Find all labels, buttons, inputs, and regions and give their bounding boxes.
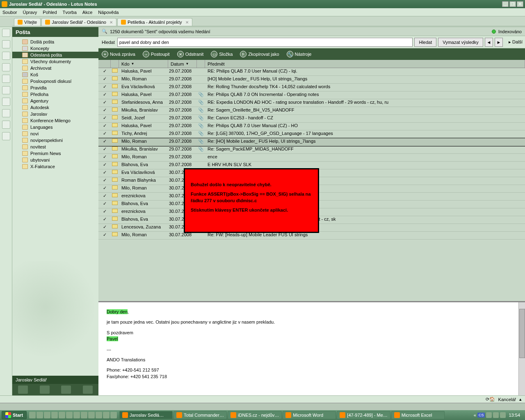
tab-sent[interactable]: Jaroslav Sedlář - Odesláno✕ — [41, 18, 116, 26]
prev-result-button[interactable]: ◄ — [485, 38, 493, 47]
tool10-icon[interactable] — [2, 132, 10, 140]
ql-icon[interactable] — [29, 412, 36, 418]
sidebar-item[interactable]: noviperspektivni — [12, 137, 98, 144]
tool9-icon[interactable] — [2, 121, 10, 129]
sidebar-item[interactable]: Předloha — [12, 91, 98, 98]
message-row[interactable]: ✓Tichy, Andrej29.07.2008📎Re: [LGE] 38700… — [98, 130, 525, 138]
ql-icon[interactable] — [73, 412, 80, 418]
tools-button[interactable]: 🔧Nástroje — [287, 51, 312, 57]
message-row[interactable]: ✓Haluska, Pavel29.07.2008RE: Philips QLA… — [98, 68, 525, 76]
search-input[interactable] — [117, 38, 413, 47]
status-dropdown-icon[interactable]: ▴ — [519, 397, 522, 402]
ql-icon[interactable] — [37, 412, 43, 418]
ql-icon[interactable] — [59, 412, 65, 418]
ql-icon[interactable] — [103, 412, 110, 418]
col-who[interactable]: Kdo▼ — [119, 60, 168, 68]
taskbar-item[interactable]: iDNES.cz - nejdův… — [228, 411, 282, 419]
menu-upravy[interactable]: Úpravy — [23, 10, 37, 15]
replicate-icon[interactable] — [2, 52, 10, 60]
message-row[interactable]: ✓Milo, Roman29.07.2008[HO] Mobile Leader… — [98, 76, 525, 84]
tray-expand-icon[interactable]: « — [474, 413, 476, 418]
delete-button[interactable]: ✕Odstranit — [177, 51, 204, 57]
menu-soubor[interactable]: Soubor — [2, 10, 17, 15]
lang-indicator[interactable]: CS — [477, 413, 485, 418]
close-button[interactable]: ✕ — [517, 1, 523, 7]
sidebar-item[interactable]: Koš — [12, 71, 98, 78]
tool5-icon[interactable] — [2, 75, 10, 83]
message-row[interactable]: ✓Milo, Roman29.07.2008📎Re: [HO] Mobile L… — [98, 138, 525, 146]
close-icon[interactable]: ✕ — [185, 20, 189, 25]
scrollbar[interactable] — [518, 302, 525, 395]
clear-results-button[interactable]: Vymazat výsledky — [438, 38, 483, 47]
menu-pohled[interactable]: Pohled — [43, 10, 57, 15]
tool6-icon[interactable] — [2, 86, 10, 94]
start-button[interactable]: Start — [2, 411, 27, 419]
message-row[interactable]: ✓Eva Václavíková29.07.2008Re: Rolling Th… — [98, 84, 525, 91]
sidebar-item[interactable]: Languages — [12, 124, 98, 130]
tab-welcome[interactable]: Vítejte — [14, 18, 41, 26]
tool7-icon[interactable] — [2, 98, 10, 106]
ql-icon[interactable] — [81, 412, 87, 418]
sidebar-item[interactable]: Pravidla — [12, 84, 98, 91]
ql-icon[interactable] — [88, 412, 95, 418]
message-row[interactable]: ✓Mikulka, Branislav29.07.2008📎Re: Sagem_… — [98, 107, 525, 115]
ql-icon[interactable] — [51, 412, 58, 418]
menu-akce[interactable]: Akce — [82, 10, 92, 15]
message-row[interactable]: ✓Haluska, Pavel29.07.2008📎Re: Philips QL… — [98, 123, 525, 130]
sidebar-item[interactable]: Odeslaná pošta — [12, 52, 98, 58]
menu-napoveda[interactable]: Nápověda — [98, 10, 119, 15]
sidebar-item[interactable]: Posloupnosti diskusí — [12, 78, 98, 84]
ql-icon[interactable] — [110, 412, 117, 418]
menu-tvorba[interactable]: Tvorba — [63, 10, 77, 15]
tray-icon[interactable] — [493, 412, 499, 418]
sidebar-item[interactable]: Archivovat — [12, 65, 98, 71]
bookmark-icon[interactable] — [2, 29, 10, 37]
sidebar-item[interactable]: novitest — [12, 144, 98, 150]
sidebar-item[interactable]: Konference Milengo — [12, 117, 98, 124]
minimize-button[interactable]: _ — [502, 1, 509, 7]
message-row[interactable]: ✓Mikulka, Branislav29.07.2008📎Re: Sagem_… — [98, 146, 525, 154]
sidebar-item[interactable]: Koncepty — [12, 45, 98, 52]
taskbar-item[interactable]: Total Commander… — [173, 411, 227, 419]
calendar-icon[interactable] — [40, 386, 50, 394]
clock[interactable]: 13:54 — [507, 413, 522, 418]
message-row[interactable]: ✓Milo, Roman29.07.2008 ence — [98, 154, 525, 162]
message-row[interactable]: ✓Stefanidesova, Anna29.07.2008📎RE: Exped… — [98, 99, 525, 107]
tab-projects[interactable]: Petiletka - Aktuální projekty✕ — [117, 18, 192, 26]
folder-button[interactable]: ▭Složka — [211, 51, 233, 57]
col-subject[interactable]: Předmět — [205, 60, 525, 68]
ql-icon[interactable] — [44, 412, 50, 418]
database-icon[interactable] — [2, 40, 10, 48]
taskbar-item[interactable]: Microsoft Word — [283, 411, 336, 419]
tray-icon[interactable] — [500, 412, 506, 418]
todo-icon[interactable] — [83, 386, 93, 394]
close-icon[interactable]: ✕ — [110, 20, 113, 25]
tool4-icon[interactable] — [2, 63, 10, 71]
sidebar-item[interactable]: X-Fakturace — [12, 163, 98, 170]
sidebar-item[interactable]: Premium News — [12, 150, 98, 157]
sidebar-item[interactable]: ubytovani — [12, 157, 98, 163]
message-row[interactable]: ✓Haluska, Pavel29.07.2008📎Re: Philips QL… — [98, 91, 525, 99]
ql-icon[interactable] — [66, 412, 73, 418]
copy-as-button[interactable]: ⎘Zkopírovat jako — [240, 51, 279, 57]
taskbar-item[interactable]: Jaroslav Sedlá… — [119, 411, 173, 419]
contacts-icon[interactable] — [61, 386, 71, 394]
tool8-icon[interactable] — [2, 109, 10, 117]
sidebar-item[interactable]: Agentury — [12, 98, 98, 104]
forward-button[interactable]: →Postoupit — [143, 51, 170, 57]
message-row[interactable]: ✓Seidl, Jozef29.07.2008📎Re: Canon EC253 … — [98, 115, 525, 123]
more-link[interactable]: ▸ Další — [509, 39, 523, 45]
tray-icon[interactable] — [486, 412, 492, 418]
sidebar-item[interactable]: Autodesk — [12, 104, 98, 111]
sidebar-item[interactable]: Všechny dokumenty — [12, 58, 98, 65]
ql-icon[interactable] — [96, 412, 102, 418]
taskbar-item[interactable]: Microsoft Excel — [391, 411, 445, 419]
next-result-button[interactable]: ► — [495, 38, 503, 47]
sidebar-item[interactable]: Došlá pošta — [12, 39, 98, 45]
col-date[interactable]: Datum▼ — [168, 60, 197, 68]
search-button[interactable]: Hledat — [414, 38, 436, 47]
restore-button[interactable]: ❐ — [509, 1, 516, 7]
taskbar-item[interactable]: [47-972-489] - Me… — [337, 411, 390, 419]
new-message-button[interactable]: +Nová zpráva — [102, 51, 135, 57]
compose-icon[interactable] — [18, 386, 28, 394]
